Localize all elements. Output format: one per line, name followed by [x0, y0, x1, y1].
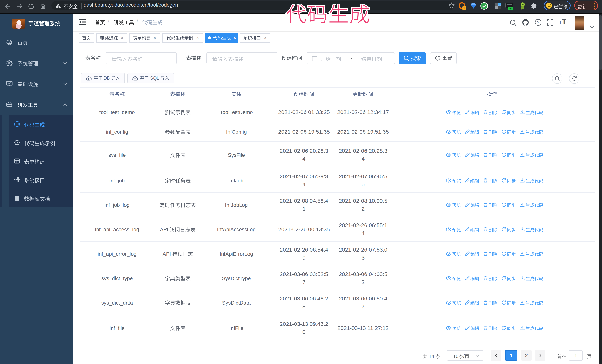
svg-text:?: ? [537, 20, 539, 25]
svg-text:on: on [509, 7, 513, 10]
svg-text:1: 1 [463, 7, 465, 10]
